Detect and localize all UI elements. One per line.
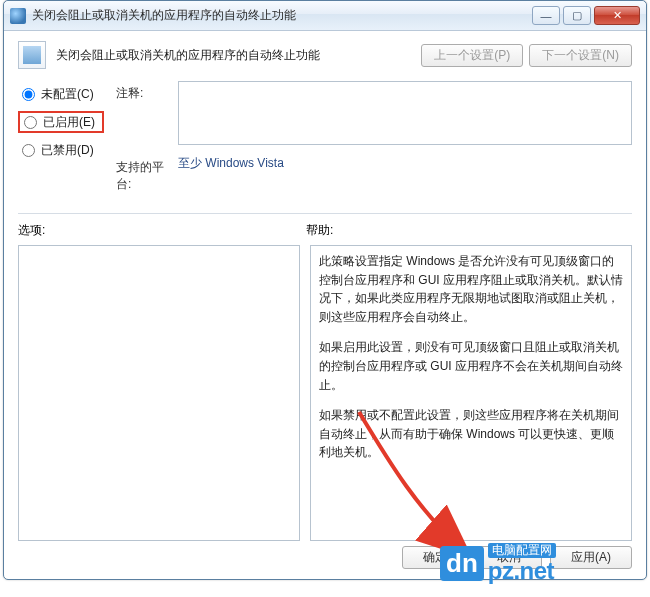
watermark-text: 电脑配置网 pz.net [488,543,556,583]
previous-setting-button[interactable]: 上一个设置(P) [421,44,523,67]
watermark-domain: pz.net [488,558,556,583]
radio-disabled-input[interactable] [22,144,35,157]
radio-not-configured-label: 未配置(C) [41,86,94,103]
options-label: 选项: [18,222,306,239]
help-paragraph: 此策略设置指定 Windows 是否允许没有可见顶级窗口的控制台应用程序和 GU… [319,252,623,326]
policy-title: 关闭会阻止或取消关机的应用程序的自动终止功能 [56,47,411,64]
comment-input[interactable] [178,81,632,145]
help-label: 帮助: [306,222,333,239]
help-paragraph: 如果禁用或不配置此设置，则这些应用程序将在关机期间自动终止，从而有助于确保 Wi… [319,406,623,462]
options-panel [18,245,300,541]
next-setting-button[interactable]: 下一个设置(N) [529,44,632,67]
form-area: 未配置(C) 已启用(E) 已禁用(D) 注释: 支持的平台: [18,81,632,203]
titlebar: 关闭会阻止或取消关机的应用程序的自动终止功能 — ▢ ✕ [4,1,646,31]
nav-buttons: 上一个设置(P) 下一个设置(N) [421,44,632,67]
panels: 此策略设置指定 Windows 是否允许没有可见顶级窗口的控制台应用程序和 GU… [18,245,632,541]
radio-enabled[interactable]: 已启用(E) [18,111,104,133]
radio-disabled[interactable]: 已禁用(D) [18,139,104,161]
comment-row: 注释: [116,81,632,145]
radio-disabled-label: 已禁用(D) [41,142,94,159]
watermark-cn: 电脑配置网 [488,543,556,558]
close-button[interactable]: ✕ [594,6,640,25]
platform-label: 支持的平台: [116,155,178,193]
window-controls: — ▢ ✕ [529,6,640,25]
radio-not-configured[interactable]: 未配置(C) [18,83,104,105]
policy-editor-window: 关闭会阻止或取消关机的应用程序的自动终止功能 — ▢ ✕ 关闭会阻止或取消关机的… [3,0,647,580]
minimize-button[interactable]: — [532,6,560,25]
help-panel: 此策略设置指定 Windows 是否允许没有可见顶级窗口的控制台应用程序和 GU… [310,245,632,541]
radio-enabled-input[interactable] [24,116,37,129]
comment-label: 注释: [116,81,178,102]
radio-enabled-label: 已启用(E) [43,114,95,131]
help-paragraph: 如果启用此设置，则没有可见顶级窗口且阻止或取消关机的控制台应用程序或 GUI 应… [319,338,623,394]
watermark-logo: dn 电脑配置网 pz.net [440,535,650,591]
app-icon [10,8,26,24]
watermark-badge: dn [440,546,484,581]
state-radio-group: 未配置(C) 已启用(E) 已禁用(D) [18,81,104,167]
window-body: 关闭会阻止或取消关机的应用程序的自动终止功能 上一个设置(P) 下一个设置(N)… [4,31,646,551]
radio-not-configured-input[interactable] [22,88,35,101]
right-column: 注释: 支持的平台: 至少 Windows Vista [116,81,632,203]
platform-value: 至少 Windows Vista [178,155,284,172]
divider [18,213,632,214]
header-row: 关闭会阻止或取消关机的应用程序的自动终止功能 上一个设置(P) 下一个设置(N) [18,41,632,69]
platform-row: 支持的平台: 至少 Windows Vista [116,155,632,193]
window-title: 关闭会阻止或取消关机的应用程序的自动终止功能 [32,7,529,24]
panel-labels: 选项: 帮助: [18,222,632,239]
maximize-button[interactable]: ▢ [563,6,591,25]
policy-icon [18,41,46,69]
